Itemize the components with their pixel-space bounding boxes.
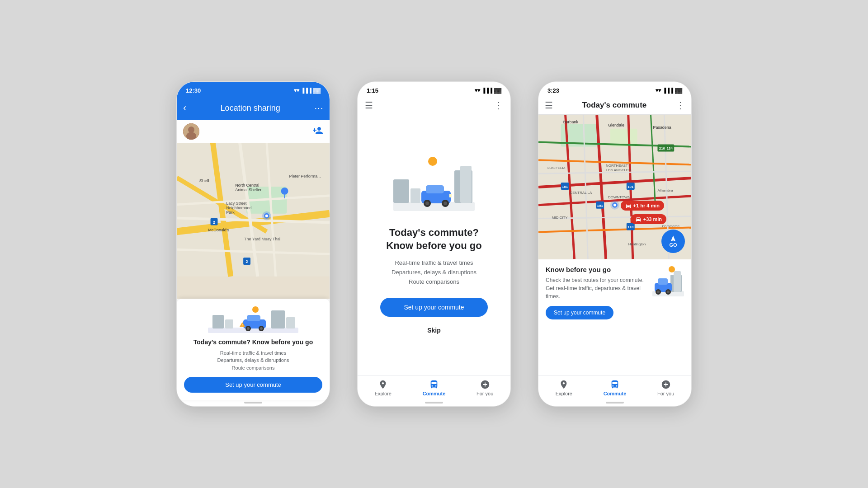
add-person-button[interactable] (312, 125, 323, 138)
mini-illus-svg (652, 266, 684, 297)
svg-text:Lacy Street: Lacy Street (226, 201, 247, 206)
explore-icon-2 (378, 380, 388, 389)
time-1: 12:30 (186, 87, 201, 94)
svg-point-21 (265, 215, 268, 217)
svg-point-53 (425, 202, 429, 205)
svg-text:Park: Park (226, 210, 235, 215)
svg-text:Animal Shelter: Animal Shelter (235, 188, 261, 192)
svg-text:LOS FELIZ: LOS FELIZ (547, 166, 566, 170)
setup-commute-button-3[interactable]: Set up your commute (546, 306, 613, 319)
svg-text:101: 101 (562, 185, 568, 189)
svg-point-29 (188, 127, 194, 133)
status-icons-1: ▾▾ ▐▐▐ ▓▓ (294, 87, 321, 94)
hamburger-menu-2[interactable]: ☰ (365, 100, 373, 111)
avatar (183, 123, 199, 140)
foryou-label-3: For you (657, 391, 674, 396)
go-button[interactable]: GO (661, 230, 685, 253)
wifi-icon-2: ▾▾ (475, 87, 480, 94)
svg-text:NORTHEAST: NORTHEAST (606, 164, 628, 168)
status-bar-2: 1:15 ▾▾ ▐▐▐ ▓▓ (358, 82, 510, 96)
svg-text:134: 134 (667, 146, 673, 150)
svg-text:210: 210 (659, 146, 665, 150)
battery-icon-2: ▓▓ (494, 88, 501, 93)
header-title-3: Today's commute (582, 101, 647, 110)
svg-text:Commerce: Commerce (662, 224, 679, 228)
explore-label-2: Explore (375, 391, 392, 396)
commute-card-desc-1: Real-time traffic & travel times Departu… (184, 349, 322, 372)
commute-card-title-1: Today's commute? Know before you go (184, 338, 322, 346)
svg-rect-49 (460, 166, 472, 203)
know-card-header-3: Know before you go Check the best routes… (546, 266, 684, 319)
phone3-header: ☰ Today's commute ⋮ (538, 96, 691, 115)
svg-point-39 (247, 327, 250, 330)
car-icon-badge1 (625, 202, 632, 209)
phone2-topbar: ☰ ⋮ (358, 96, 510, 114)
dots-menu-2[interactable]: ⋮ (494, 100, 503, 111)
svg-text:Pasadena: Pasadena (653, 125, 671, 130)
phone2-content: Today's commute? Know before you go Real… (358, 114, 510, 375)
map-area-1: Shell North Central Animal Shelter Lacy … (177, 120, 330, 299)
bottom-nav-2: Explore Commute For you (358, 375, 510, 400)
svg-text:DOWNTOWN: DOWNTOWN (608, 195, 631, 199)
svg-rect-34 (271, 310, 285, 328)
svg-text:110: 110 (627, 225, 634, 229)
svg-rect-46 (393, 179, 409, 203)
svg-rect-105 (658, 278, 668, 285)
svg-point-22 (281, 188, 288, 195)
commute-illus-svg: ! (208, 306, 298, 333)
svg-rect-33 (225, 319, 233, 328)
nav-explore-3[interactable]: Explore (538, 376, 590, 400)
svg-point-42 (252, 306, 259, 313)
svg-rect-51 (426, 185, 444, 193)
svg-rect-32 (212, 315, 224, 328)
svg-text:Glendale: Glendale (608, 123, 624, 127)
wifi-icon-3: ▾▾ (656, 87, 661, 94)
nav-commute-3[interactable]: Commute (590, 376, 641, 400)
svg-text:Huntington: Huntington (628, 242, 646, 246)
skip-button-2[interactable]: Skip (424, 323, 444, 338)
status-icons-2: ▾▾ ▐▐▐ ▓▓ (475, 87, 501, 94)
dots-menu-3[interactable]: ⋮ (676, 100, 685, 111)
header-title-1: Location sharing (191, 103, 310, 113)
svg-text:Alhambra: Alhambra (657, 188, 673, 192)
svg-text:2: 2 (246, 259, 248, 264)
nav-explore-2[interactable]: Explore (358, 376, 409, 400)
explore-icon-3 (559, 380, 569, 389)
svg-rect-47 (410, 188, 420, 203)
svg-text:!: ! (242, 324, 243, 327)
signal-icon-3: ▐▐▐ (663, 88, 673, 93)
time-2: 1:15 (367, 87, 378, 94)
nav-foryou-2[interactable]: For you (459, 376, 510, 400)
know-card-desc-3: Check the best routes for your commute. … (546, 276, 649, 300)
map-svg-1: Shell North Central Animal Shelter Lacy … (177, 120, 330, 299)
setup-commute-button-1[interactable]: Set up your commute (184, 377, 322, 393)
bottom-nav-3: Explore Commute For you (538, 375, 691, 400)
svg-text:101: 101 (627, 185, 634, 189)
commute-label-3: Commute (604, 391, 627, 396)
explore-label-3: Explore (556, 391, 572, 396)
commute-illustration-1: ! (184, 306, 322, 333)
more-button-1[interactable]: ⋯ (314, 103, 323, 113)
map-area-3: 101 101 110 101 210 134 Burbank Glendale… (538, 115, 691, 259)
nav-foryou-3[interactable]: For you (640, 376, 691, 400)
commute-icon-3 (610, 380, 620, 389)
phone-3: 3:23 ▾▾ ▐▐▐ ▓▓ ☰ Today's commute ⋮ (538, 81, 692, 407)
phone-2: 1:15 ▾▾ ▐▐▐ ▓▓ ☰ ⋮ (357, 81, 511, 407)
big-illustration (384, 152, 484, 216)
back-button[interactable]: ‹ (183, 102, 186, 114)
hamburger-menu-3[interactable]: ☰ (545, 100, 553, 111)
svg-point-110 (669, 266, 675, 272)
foryou-icon-2 (480, 380, 490, 389)
foryou-icon-3 (661, 380, 671, 389)
svg-text:Burbank: Burbank (563, 120, 579, 124)
setup-commute-button-2[interactable]: Set up your commute (380, 298, 488, 317)
phone1-header: ‹ Location sharing ⋯ (177, 96, 330, 120)
big-illus-svg (384, 157, 484, 216)
nav-commute-2[interactable]: Commute (409, 376, 460, 400)
svg-point-107 (657, 291, 660, 293)
time-3: 3:23 (547, 87, 559, 94)
know-card-3: Know before you go Check the best routes… (538, 259, 691, 375)
foryou-label-2: For you (476, 391, 493, 396)
mini-illustration-3 (652, 266, 684, 297)
svg-point-57 (428, 157, 437, 166)
